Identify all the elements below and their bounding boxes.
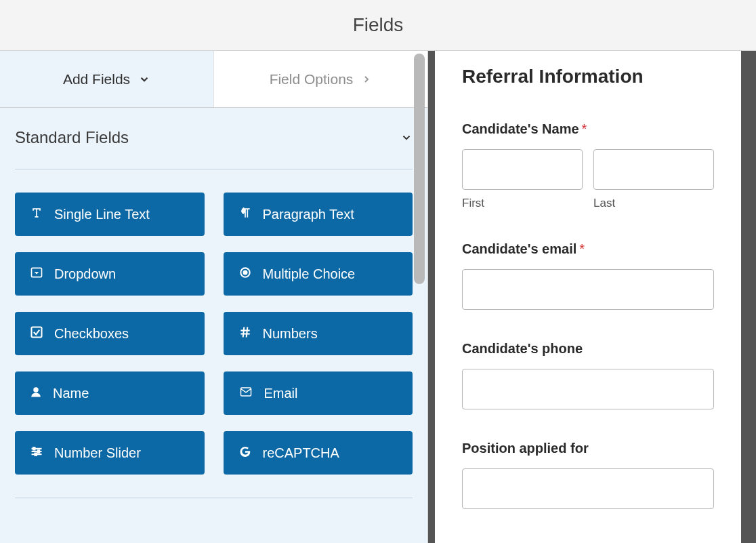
field-label: reCAPTCHA	[263, 445, 339, 461]
dropdown-icon	[30, 266, 43, 283]
field-single-line-text[interactable]: Single Line Text	[15, 193, 205, 236]
field-label: Paragraph Text	[263, 207, 354, 222]
field-name[interactable]: Name	[15, 371, 205, 415]
field-candidate-name[interactable]: Candidate's Name* First Last	[462, 121, 714, 210]
section-title: Standard Fields	[15, 128, 129, 147]
radio-icon	[238, 266, 252, 283]
email-icon	[238, 386, 253, 401]
field-recaptcha[interactable]: reCAPTCHA	[224, 431, 413, 475]
form-preview: Referral Information Candidate's Name* F…	[435, 51, 741, 543]
svg-point-2	[243, 270, 247, 274]
svg-line-6	[243, 327, 244, 337]
field-label: Single Line Text	[54, 207, 150, 222]
svg-rect-3	[32, 327, 42, 337]
sublabel-first: First	[462, 197, 583, 210]
field-multiple-choice[interactable]: Multiple Choice	[224, 252, 413, 296]
page-header: Fields	[0, 0, 756, 51]
input-candidate-email[interactable]	[462, 269, 714, 310]
required-mark: *	[582, 121, 587, 136]
standard-fields-section: Standard Fields Single Line Text Para	[0, 108, 427, 498]
hash-icon	[238, 325, 252, 342]
input-position[interactable]	[462, 468, 714, 509]
field-email[interactable]: Email	[224, 371, 413, 415]
tab-label: Field Options	[270, 71, 354, 87]
svg-line-7	[246, 327, 247, 337]
tab-add-fields[interactable]: Add Fields	[0, 51, 213, 107]
chevron-right-icon	[361, 74, 372, 85]
name-row: First Last	[462, 149, 714, 210]
checkbox-icon	[30, 325, 43, 342]
page-title: Fields	[353, 14, 404, 36]
input-first-name[interactable]	[462, 149, 583, 190]
field-label: Dropdown	[54, 266, 116, 282]
svg-point-8	[33, 387, 39, 393]
field-number-slider[interactable]: Number Slider	[15, 431, 205, 475]
main-area: Add Fields Field Options Standard Fields	[0, 51, 756, 543]
form-title: Referral Information	[462, 66, 714, 87]
input-last-name[interactable]	[593, 149, 714, 190]
svg-rect-13	[33, 447, 35, 449]
field-dropdown[interactable]: Dropdown	[15, 252, 205, 296]
field-label: Name	[53, 386, 89, 401]
field-position[interactable]: Position applied for	[462, 441, 714, 509]
label-text: Candidate's email	[462, 241, 576, 256]
tab-field-options[interactable]: Field Options	[213, 51, 427, 107]
slider-icon	[30, 445, 43, 462]
field-numbers[interactable]: Numbers	[224, 312, 413, 355]
label-candidate-phone: Candidate's phone	[462, 341, 714, 357]
field-label: Number Slider	[54, 445, 141, 461]
label-text: Candidate's Name	[462, 121, 579, 136]
label-candidate-email: Candidate's email*	[462, 241, 714, 257]
name-first-col: First	[462, 149, 583, 210]
panel-tabs: Add Fields Field Options	[0, 51, 427, 108]
field-candidate-phone[interactable]: Candidate's phone	[462, 341, 714, 409]
tab-label: Add Fields	[63, 71, 130, 87]
field-label: Email	[264, 386, 298, 401]
required-mark: *	[579, 241, 585, 256]
text-icon	[30, 206, 43, 223]
field-label: Multiple Choice	[263, 266, 356, 282]
svg-rect-15	[35, 453, 37, 455]
preview-outer: Referral Information Candidate's Name* F…	[428, 51, 756, 543]
input-candidate-phone[interactable]	[462, 369, 714, 409]
paragraph-icon	[238, 206, 252, 223]
name-last-col: Last	[593, 149, 714, 210]
section-header-standard[interactable]: Standard Fields	[15, 128, 413, 169]
label-position: Position applied for	[462, 441, 714, 456]
field-checkboxes[interactable]: Checkboxes	[15, 312, 205, 355]
field-candidate-email[interactable]: Candidate's email*	[462, 241, 714, 310]
field-label: Checkboxes	[54, 326, 129, 342]
chevron-down-icon	[138, 73, 150, 85]
google-icon	[238, 445, 252, 462]
label-candidate-name: Candidate's Name*	[462, 121, 714, 137]
fields-panel: Add Fields Field Options Standard Fields	[0, 51, 428, 543]
chevron-down-icon	[400, 132, 413, 144]
field-label: Numbers	[263, 326, 318, 342]
field-grid: Single Line Text Paragraph Text Dropdown	[15, 169, 413, 498]
user-icon	[30, 385, 42, 402]
scrollbar-thumb[interactable]	[414, 54, 425, 284]
field-paragraph-text[interactable]: Paragraph Text	[224, 193, 413, 236]
scrollbar-track[interactable]	[414, 54, 425, 543]
svg-rect-14	[38, 450, 40, 452]
sublabel-last: Last	[593, 197, 714, 210]
